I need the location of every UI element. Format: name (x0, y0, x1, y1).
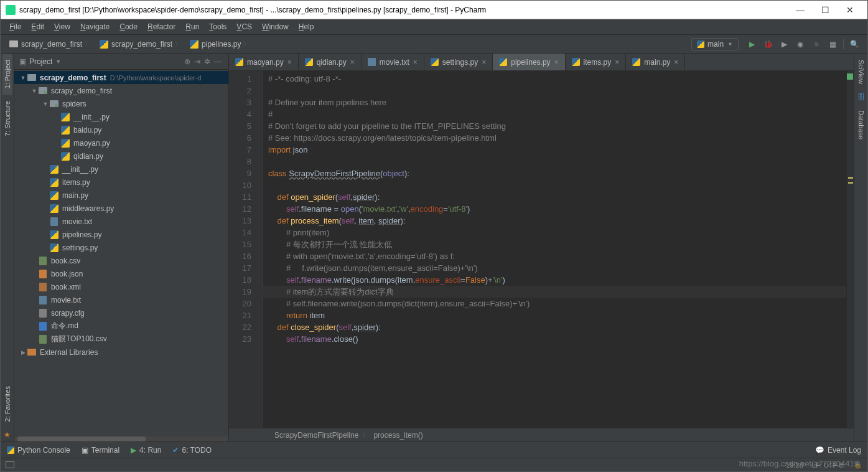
editor-tab[interactable]: items.py× (566, 54, 627, 70)
tab-label: pipelines.py (511, 58, 550, 67)
locate-icon[interactable]: ⊕ (182, 57, 192, 66)
warning-mark[interactable] (848, 182, 853, 184)
gutter[interactable]: 1234567891011121314151617181920212223 (229, 71, 263, 428)
tree-node[interactable]: main.py (14, 189, 228, 202)
todo-button[interactable]: ✔ 6: TODO (172, 446, 212, 455)
python-console-button[interactable]: Python Console (7, 446, 70, 455)
menu-edit[interactable]: Edit (26, 21, 49, 33)
tree-node[interactable]: book.csv (14, 254, 228, 267)
terminal-icon: ▣ (82, 446, 88, 455)
menu-file[interactable]: File (4, 21, 26, 33)
expand-arrow-icon[interactable]: ▶ (19, 349, 27, 356)
collapse-icon[interactable]: ⇥ (192, 57, 202, 66)
tree-node[interactable]: __init__.py (14, 110, 228, 123)
tree-node[interactable]: ▼scrapy_demo_firstD:\Python\workspace\sp… (14, 71, 228, 84)
run-toolwindow-button[interactable]: ▶ 4: Run (131, 446, 161, 455)
tree-node[interactable]: __init__.py (14, 163, 228, 176)
editor-tab[interactable]: settings.py× (424, 54, 493, 70)
tab-project[interactable]: 1: Project (2, 54, 12, 95)
breadcrumb-item[interactable]: scrapy_demo_first (96, 39, 185, 50)
maximize-button[interactable]: ☐ (813, 1, 838, 19)
tree-node[interactable]: pipelines.py (14, 228, 228, 241)
event-log-button[interactable]: 💬 Event Log (815, 446, 861, 455)
project-tree[interactable]: ▼scrapy_demo_firstD:\Python\workspace\sp… (14, 70, 228, 437)
close-tab-icon[interactable]: × (287, 58, 292, 67)
tree-node[interactable]: maoyan.py (14, 136, 228, 149)
close-button[interactable]: ✕ (838, 1, 862, 19)
terminal-button[interactable]: ▣ Terminal (82, 446, 119, 455)
settings-icon[interactable]: ✲ (202, 57, 212, 66)
breadcrumb-item[interactable]: pipelines.py (186, 39, 253, 50)
menu-run[interactable]: Run (180, 21, 204, 33)
hide-icon[interactable]: — (212, 57, 223, 66)
tree-node[interactable]: baidu.py (14, 123, 228, 136)
close-tab-icon[interactable]: × (554, 58, 559, 67)
menu-window[interactable]: Window (257, 21, 294, 33)
tree-node[interactable]: 命令.md (14, 319, 228, 333)
tab-structure[interactable]: 7: Structure (2, 95, 12, 143)
stop-button[interactable]: ■ (810, 38, 823, 50)
editor-tab[interactable]: pipelines.py× (493, 54, 565, 70)
window-title: scrapy_demo_first [D:\Python\workspace\s… (19, 6, 788, 14)
menu-code[interactable]: Code (114, 21, 142, 33)
code-editor[interactable]: # -*- coding: utf-8 -*-# Define your ite… (263, 71, 846, 428)
expand-arrow-icon[interactable]: ▼ (42, 101, 49, 107)
debug-button[interactable]: 🐞 (762, 38, 774, 50)
tree-node[interactable]: movie.txt (14, 215, 228, 228)
run-with-coverage-button[interactable]: ▶ (778, 38, 790, 50)
horizontal-scrollbar[interactable] (14, 437, 228, 441)
tree-node[interactable]: middlewares.py (14, 202, 228, 215)
py-icon (50, 230, 58, 239)
tree-node[interactable]: book.xml (14, 280, 228, 293)
layout-button[interactable]: ▦ (826, 38, 839, 50)
error-stripe[interactable] (846, 71, 854, 428)
menu-tools[interactable]: Tools (204, 21, 231, 33)
menu-view[interactable]: View (49, 21, 75, 33)
py-icon (61, 113, 70, 121)
py-icon (100, 40, 108, 49)
close-tab-icon[interactable]: × (482, 58, 486, 67)
tree-node[interactable]: settings.py (14, 241, 228, 254)
minimize-button[interactable]: — (788, 1, 813, 19)
close-tab-icon[interactable]: × (350, 58, 355, 67)
editor-breadcrumb[interactable]: ScrapyDemoFirstPipeline 〉 process_item() (229, 428, 854, 441)
tab-favorites[interactable]: 2: Favorites (2, 380, 12, 428)
run-button[interactable]: ▶ (745, 38, 758, 50)
editor-tab[interactable]: qidian.py× (299, 54, 362, 70)
breadcrumb-item[interactable]: scrapy_demo_first (6, 39, 95, 50)
py-icon (190, 40, 198, 49)
crumb-class[interactable]: ScrapyDemoFirstPipeline (274, 431, 358, 440)
toolwindows-toggle[interactable] (6, 461, 14, 468)
tree-node[interactable]: items.py (14, 176, 228, 189)
search-everywhere-button[interactable]: 🔍 (848, 38, 861, 50)
menu-vcs[interactable]: VCS (231, 21, 257, 33)
editor-tab[interactable]: maoyan.py× (229, 54, 299, 70)
tab-database[interactable]: Database (856, 104, 866, 146)
py-icon (61, 152, 70, 161)
tree-node[interactable]: ▶External Libraries (14, 346, 228, 359)
tree-node[interactable]: qidian.py (14, 149, 228, 163)
tab-sciview[interactable]: SciView (856, 54, 866, 90)
editor-tab[interactable]: main.py× (626, 54, 685, 70)
warning-mark[interactable] (848, 177, 853, 179)
project-panel-title-selector[interactable]: ▣ Project ▼ (19, 57, 182, 66)
tree-node[interactable]: ▼scrapy_demo_first (14, 84, 228, 97)
menu-help[interactable]: Help (294, 21, 319, 33)
profile-button[interactable]: ◉ (794, 38, 806, 50)
expand-arrow-icon[interactable]: ▼ (30, 88, 38, 94)
tree-node[interactable]: movie.txt (14, 293, 228, 306)
tree-node[interactable]: ▼spiders (14, 97, 228, 110)
run-config-selector[interactable]: main ▼ (691, 38, 739, 50)
menu-refactor[interactable]: Refactor (142, 21, 180, 33)
close-tab-icon[interactable]: × (674, 58, 678, 67)
tree-node[interactable]: scrapy.cfg (14, 306, 228, 319)
tree-node[interactable]: book.json (14, 267, 228, 280)
tree-node[interactable]: 猫眼TOP100.csv (14, 333, 228, 346)
editor-tab[interactable]: movie.txt× (362, 54, 424, 70)
expand-arrow-icon[interactable]: ▼ (19, 75, 27, 81)
close-tab-icon[interactable]: × (615, 58, 619, 67)
json-icon (39, 270, 47, 278)
crumb-method[interactable]: process_item() (373, 431, 422, 440)
menu-navigate[interactable]: Navigate (75, 21, 114, 33)
close-tab-icon[interactable]: × (413, 58, 418, 67)
